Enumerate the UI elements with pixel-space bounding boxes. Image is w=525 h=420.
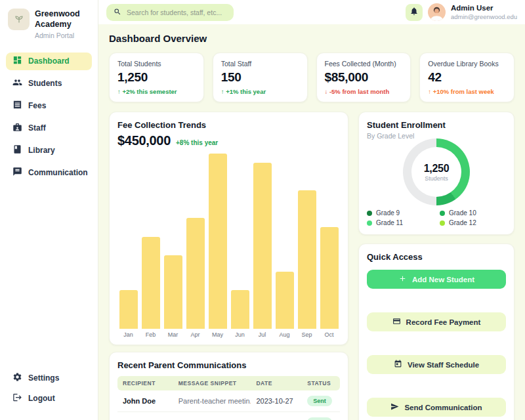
- trend-down-icon: ↓: [325, 88, 328, 95]
- book-icon: [12, 144, 22, 156]
- stat-delta: ↓ -5% from last month: [325, 88, 403, 95]
- topbar-right: Admin User admin@greenwood.edu: [406, 3, 517, 21]
- enrollment-legend: Grade 9 Grade 10 Grade 11 Grade 12: [367, 209, 506, 226]
- add-new-student-button[interactable]: Add New Student: [367, 270, 506, 289]
- sidebar-item-fees[interactable]: Fees: [6, 97, 92, 115]
- table-row[interactable]: John Doe Parent-teacher meetin... 2023-1…: [117, 390, 340, 412]
- enrollment-title: Student Enrollment: [367, 120, 506, 130]
- quick-access-title: Quick Access: [367, 252, 506, 262]
- payment-card-icon: [392, 317, 401, 327]
- bar-jan: [119, 290, 138, 329]
- col-header-message: Message Snippet: [173, 376, 251, 390]
- cell-message: Parent-teacher meetin...: [173, 390, 251, 412]
- cell-date: 2023-10-27: [251, 390, 302, 412]
- stat-card-total-students: Total Students 1,250 ↑ +2% this semester: [109, 52, 204, 102]
- stat-delta: ↑ +2% this semester: [117, 88, 196, 95]
- bar-feb: [142, 237, 160, 329]
- x-tick-label: Jan: [123, 331, 133, 338]
- enrollment-donut-chart: 1,250 Students: [403, 138, 470, 205]
- notifications-button[interactable]: [406, 4, 423, 21]
- col-header-date: Date: [251, 376, 302, 390]
- cell-date: 2023-10-26: [251, 412, 302, 420]
- x-tick-label: Feb: [146, 331, 156, 338]
- legend-label: Grade 12: [449, 219, 476, 226]
- paper-plane-icon: [390, 402, 399, 412]
- communications-title: Recent Parent Communications: [117, 360, 340, 370]
- trend-up-icon: ↑: [221, 88, 224, 95]
- communications-table: Recipient Message Snippet Date Status Jo…: [117, 376, 340, 420]
- chart-headline: $450,000 +8% this year: [117, 133, 340, 148]
- bar-may: [209, 154, 227, 329]
- sidebar-item-label: Communication: [28, 168, 88, 177]
- right-column: Student Enrollment By Grade Level 1,250 …: [358, 112, 514, 420]
- user-block: Admin User admin@greenwood.edu: [451, 4, 517, 20]
- trend-up-icon: ↑: [428, 88, 431, 95]
- bar-jun: [231, 290, 249, 329]
- calendar-icon: [394, 360, 402, 369]
- chart-headline-value: $450,000: [117, 133, 171, 148]
- stat-value: $85,000: [325, 70, 403, 85]
- stat-card-fees-collected: Fees Collected (Month) $85,000 ↓ -5% fro…: [316, 52, 411, 102]
- x-tick-label: Sep: [301, 331, 312, 338]
- sidebar-spacer: [6, 186, 92, 369]
- bar-mar: [164, 255, 182, 329]
- sidebar-item-dashboard[interactable]: Dashboard: [6, 52, 92, 70]
- sidebar-item-communication[interactable]: Communication: [6, 164, 92, 182]
- stat-label: Fees Collected (Month): [325, 60, 403, 68]
- search-icon: [114, 7, 121, 18]
- plus-icon: [398, 274, 407, 284]
- stat-label: Overdue Library Books: [428, 60, 506, 68]
- x-tick-label: Apr: [190, 331, 200, 338]
- user-email: admin@greenwood.edu: [451, 13, 517, 20]
- legend-dot-grade10: [440, 211, 445, 216]
- stat-value: 1,250: [117, 70, 196, 85]
- send-communication-button[interactable]: Send Communication: [367, 398, 506, 417]
- sprout-icon: [14, 13, 24, 26]
- search-input[interactable]: [127, 9, 226, 16]
- sidebar-item-logout[interactable]: Logout: [6, 389, 92, 407]
- sidebar-item-library[interactable]: Library: [6, 142, 92, 159]
- record-fee-payment-button[interactable]: Record Fee Payment: [367, 312, 506, 331]
- cell-recipient: Jane Smith: [117, 412, 173, 420]
- sidebar-item-staff[interactable]: Staff: [6, 119, 92, 137]
- sidebar-item-settings[interactable]: Settings: [6, 369, 92, 387]
- sidebar-nav: Dashboard Students Fees Staff Library Co…: [6, 52, 92, 186]
- legend-dot-grade9: [367, 211, 372, 216]
- stat-label: Total Students: [117, 60, 196, 68]
- logout-icon: [12, 392, 22, 404]
- enrollment-card: Student Enrollment By Grade Level 1,250 …: [358, 112, 514, 235]
- table-row[interactable]: Jane Smith Fee reminder for Octo... 2023…: [117, 412, 340, 420]
- legend-label: Grade 11: [376, 219, 403, 226]
- fee-trends-card: Fee Collection Trends $450,000 +8% this …: [109, 112, 348, 345]
- sidebar: Greenwood Academy Admin Portal Dashboard…: [0, 0, 98, 420]
- sidebar-item-students[interactable]: Students: [6, 75, 92, 93]
- bell-icon: [410, 7, 419, 18]
- stats-row: Total Students 1,250 ↑ +2% this semester…: [109, 52, 514, 102]
- sidebar-item-label: Fees: [28, 101, 46, 110]
- legend-label: Grade 9: [376, 209, 400, 217]
- x-tick-label: Jun: [235, 331, 245, 338]
- donut-center-label: Students: [425, 175, 448, 182]
- bar-aug: [276, 272, 294, 329]
- gear-icon: [12, 372, 22, 384]
- view-staff-schedule-button[interactable]: View Staff Schedule: [367, 355, 506, 374]
- x-tick-label: Aug: [279, 331, 289, 338]
- id-badge-icon: [12, 122, 22, 134]
- search-bar[interactable]: [106, 4, 234, 21]
- x-tick-label: Jul: [259, 331, 266, 338]
- donut-center-value: 1,250: [424, 163, 450, 175]
- sidebar-item-label: Settings: [28, 373, 59, 383]
- stat-card-total-staff: Total Staff 150 ↑ +1% this year: [213, 52, 308, 102]
- cell-message: Fee reminder for Octo...: [173, 412, 251, 420]
- bar-jul: [253, 163, 272, 329]
- avatar[interactable]: [428, 3, 446, 21]
- legend-label: Grade 10: [449, 209, 476, 217]
- topbar: Admin User admin@greenwood.edu: [98, 0, 525, 24]
- chart-headline-delta: +8% this year: [176, 139, 218, 146]
- sidebar-footer: Settings Logout: [6, 369, 92, 410]
- legend-dot-grade11: [367, 220, 372, 226]
- col-header-recipient: Recipient: [117, 376, 173, 390]
- people-icon: [12, 77, 22, 89]
- receipt-icon: [12, 100, 22, 112]
- dashboard-grid: Fee Collection Trends $450,000 +8% this …: [109, 112, 514, 420]
